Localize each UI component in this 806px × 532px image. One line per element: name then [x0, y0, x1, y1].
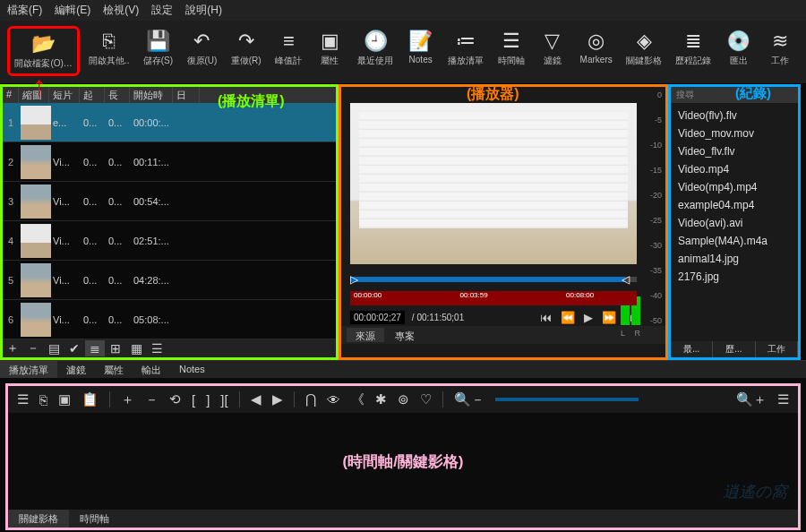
timeline-tab-0[interactable]: 關鍵影格	[8, 510, 69, 528]
sub-tab-0[interactable]: 播放清單	[0, 361, 57, 378]
timeline-tool-3[interactable]: 📋	[81, 391, 99, 408]
sub-tab-3[interactable]: 輸出	[133, 361, 170, 378]
history-item[interactable]: Video(flv).flv	[674, 107, 794, 124]
history-item[interactable]: Video.mp4	[674, 160, 794, 178]
history-item[interactable]: Video_flv.flv	[674, 142, 794, 160]
zoom-in-button[interactable]: 🔍＋	[736, 391, 767, 408]
playlist-footer-button-7[interactable]: ☰	[147, 340, 167, 356]
out-point-icon[interactable]: ◁	[622, 273, 630, 286]
playlist-footer-button-6[interactable]: ▦	[126, 340, 146, 356]
playlist-footer-button-2[interactable]: ▤	[44, 340, 64, 356]
playlist-row[interactable]: 5 Vi... 0... 0... 04:28:...	[3, 261, 336, 300]
col-clip[interactable]: 短片	[49, 87, 80, 103]
timeline-tool-17[interactable]: 《	[351, 391, 364, 408]
timeline-tool-2[interactable]: ▣	[58, 391, 71, 408]
sub-tab-1[interactable]: 濾鏡	[57, 361, 95, 378]
playlist-footer-button-1[interactable]: －	[23, 340, 43, 356]
sub-tab-2[interactable]: 屬性	[95, 361, 133, 378]
timeline-tool-6[interactable]: －	[145, 391, 159, 408]
play-button[interactable]: ▶	[584, 311, 593, 324]
open-other-button[interactable]: ⎘開啟其他..	[83, 26, 134, 76]
col-date[interactable]: 日期	[173, 87, 200, 103]
history-item[interactable]: 2176.jpg	[674, 268, 794, 286]
playlist-footer-button-5[interactable]: ⊞	[106, 340, 125, 356]
timeline-tool-15[interactable]: ⋂	[305, 391, 316, 408]
playlist-footer-button-0[interactable]: ＋	[3, 340, 22, 356]
history-tab-1[interactable]: 歷...	[713, 341, 755, 357]
jobs-button[interactable]: ≋工作	[761, 26, 799, 76]
notes-button[interactable]: 📝Notes	[402, 26, 440, 76]
timeline-tool-10[interactable]: ][	[220, 392, 227, 408]
sub-tab-4[interactable]: Notes	[170, 361, 214, 378]
col-len[interactable]: 長度	[105, 87, 130, 103]
history-item[interactable]: example04.mp4	[674, 196, 794, 214]
timeline-tool-9[interactable]: ]	[206, 392, 210, 408]
timeline-canvas[interactable]: (時間軸/關鍵影格) 逍遙の窩	[8, 413, 798, 510]
skip-prev-button[interactable]: ⏮	[540, 311, 552, 324]
filters-button[interactable]: ▽濾鏡	[534, 26, 571, 76]
timeline-tool-13[interactable]: ▶	[272, 391, 283, 408]
undo-button[interactable]: ↶復原(U)	[182, 26, 222, 76]
history-item[interactable]: Sample(M4A).m4a	[674, 232, 794, 250]
playlist-footer-button-4[interactable]: ≣	[85, 340, 105, 356]
rewind-button[interactable]: ⏪	[561, 311, 575, 324]
playlist-row[interactable]: 6 Vi... 0... 0... 05:08:...	[3, 300, 336, 339]
menu-edit[interactable]: 編輯(E)	[55, 3, 90, 18]
history-search[interactable]: 搜尋	[671, 87, 798, 103]
scrubber[interactable]: ▷ ◁	[350, 273, 637, 289]
markers-button[interactable]: ◎Markers	[575, 26, 617, 76]
history-item[interactable]: Video(mp4).mp4	[674, 178, 794, 196]
time-ruler[interactable]: 00:00:0000:03:5900:08:00	[350, 291, 637, 305]
timeline-tool-22[interactable]: 🔍－	[454, 391, 484, 408]
col-num[interactable]: #	[3, 87, 19, 103]
timeline-tool-5[interactable]: ＋	[121, 391, 134, 408]
export-button[interactable]: 💿匯出	[720, 26, 758, 76]
history-item[interactable]: Video_mov.mov	[674, 124, 794, 142]
timeline-tool-7[interactable]: ⟲	[169, 391, 181, 408]
history-tab-0[interactable]: 最...	[671, 341, 713, 357]
playlist-footer-button-3[interactable]: ✔	[64, 340, 84, 356]
timecode-current[interactable]: 00:00:02;27	[350, 311, 405, 324]
playlist-row[interactable]: 4 Vi... 0... 0... 02:51:...	[3, 221, 336, 261]
playlist-row[interactable]: 3 Vi... 0... 0... 00:54:...	[3, 182, 336, 221]
playlist-row[interactable]: 1 e... 0... 0... 00:00:...	[3, 103, 336, 142]
video-preview[interactable]	[350, 103, 637, 264]
col-in[interactable]: 起點	[80, 87, 105, 103]
menu-view[interactable]: 檢視(V)	[103, 3, 139, 18]
source-tab[interactable]: 來源	[347, 328, 384, 342]
timeline-tool-18[interactable]: ✱	[375, 391, 387, 408]
zoom-slider[interactable]	[495, 398, 639, 401]
in-point-icon[interactable]: ▷	[350, 273, 358, 286]
history-panel: (紀錄) 搜尋 Video(flv).flvVideo_mov.movVideo…	[668, 84, 801, 360]
col-thumb[interactable]: 縮圖	[19, 87, 49, 103]
forward-button[interactable]: ⏩	[602, 311, 616, 324]
timeline-button[interactable]: ☰時間軸	[493, 26, 530, 76]
redo-button[interactable]: ↷重做(R)	[226, 26, 266, 76]
save-button[interactable]: 💾儲存(S)	[138, 26, 178, 76]
col-start[interactable]: 開始時間	[130, 87, 173, 103]
timeline-tool-1[interactable]: ⎘	[39, 392, 47, 408]
recent-button[interactable]: 🕘最近使用	[352, 26, 398, 76]
peakmeter-button[interactable]: ≡峰值計	[270, 26, 307, 76]
menu-settings[interactable]: 設定	[151, 3, 173, 18]
project-tab[interactable]: 專案	[386, 328, 424, 342]
open-file-button[interactable]: 📂開啟檔案(O)…	[7, 26, 80, 76]
timeline-tool-8[interactable]: [	[192, 392, 195, 408]
timeline-tool-20[interactable]: ♡	[420, 391, 432, 408]
properties-button[interactable]: ▣屬性	[311, 26, 348, 76]
timeline-tab-1[interactable]: 時間軸	[69, 510, 120, 528]
keyframes-button[interactable]: ◈關鍵影格	[621, 26, 666, 76]
timeline-tool-0[interactable]: ☰	[17, 391, 29, 408]
menu-help[interactable]: 說明(H)	[185, 3, 222, 18]
menu-file[interactable]: 檔案(F)	[7, 3, 42, 18]
history-button[interactable]: ≣歷程記錄	[671, 26, 716, 76]
history-item[interactable]: Video(avi).avi	[674, 214, 794, 232]
timeline-tool-12[interactable]: ◀	[251, 391, 262, 408]
playlist-row[interactable]: 2 Vi... 0... 0... 00:11:...	[3, 142, 336, 182]
timeline-tool-19[interactable]: ⊚	[398, 391, 409, 408]
history-tab-2[interactable]: 工作	[756, 341, 798, 357]
playlist-button[interactable]: ≔播放清單	[443, 26, 489, 76]
timeline-menu-button[interactable]: ☰	[777, 391, 789, 408]
timeline-tool-16[interactable]: 👁	[327, 392, 340, 408]
history-item[interactable]: animal14.jpg	[674, 250, 794, 268]
